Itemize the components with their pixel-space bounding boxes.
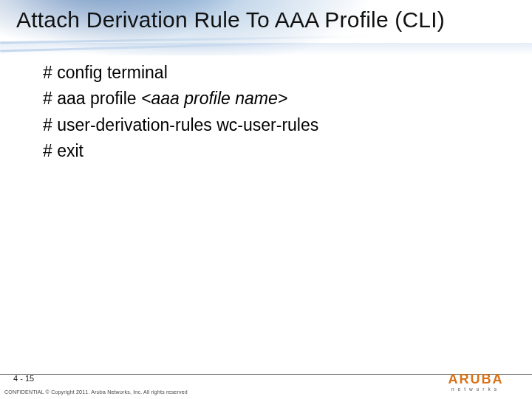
- cli-text: # config terminal: [43, 63, 168, 82]
- copyright-text: CONFIDENTIAL © Copyright 2011. Aruba Net…: [4, 389, 188, 395]
- cli-line: # aaa profile <aaa profile name>: [43, 86, 501, 111]
- aruba-logo: ARUBA networks: [439, 372, 513, 392]
- cli-text: # user-derivation-rules wc-user-rules: [43, 115, 318, 134]
- cli-line: # user-derivation-rules wc-user-rules: [43, 113, 501, 137]
- page-number: 4 - 15: [13, 374, 34, 383]
- cli-line: # config terminal: [43, 61, 501, 85]
- cli-line: # exit: [43, 139, 501, 163]
- cli-block: # config terminal # aaa profile <aaa pro…: [43, 61, 501, 165]
- logo-subtext: networks: [439, 387, 513, 392]
- cli-text: # aaa profile: [43, 89, 141, 108]
- cli-italic: <aaa profile name>: [141, 89, 287, 108]
- cli-text: # exit: [43, 141, 83, 160]
- slide: Attach Derivation Rule To AAA Profile (C…: [0, 0, 532, 399]
- slide-title: Attach Derivation Rule To AAA Profile (C…: [16, 7, 519, 33]
- logo-brand: ARUBA: [439, 372, 513, 386]
